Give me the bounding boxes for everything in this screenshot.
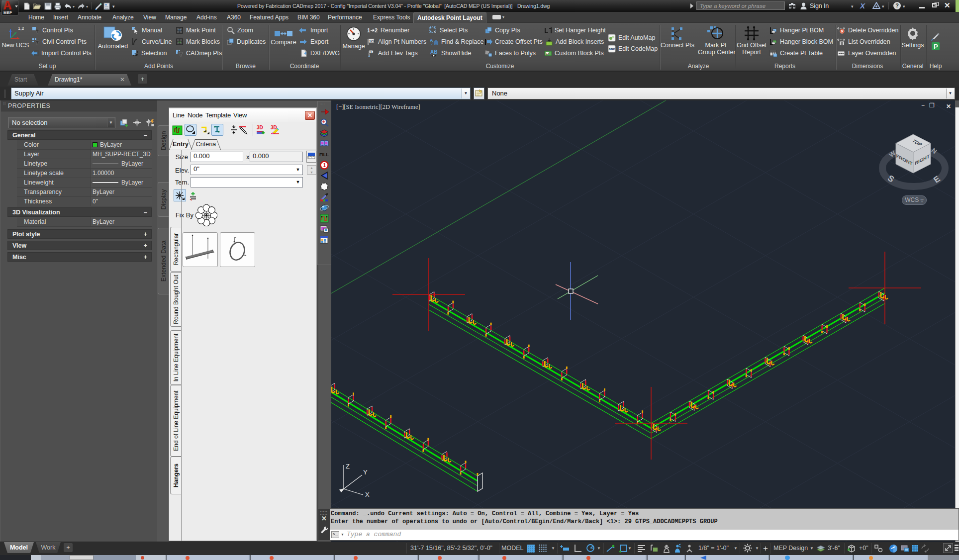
- svg-text:1: 1: [323, 163, 326, 168]
- svg-text:2: 2: [375, 27, 378, 33]
- svg-text:123: 123: [369, 39, 375, 43]
- svg-text:1,2: 1,2: [18, 26, 24, 31]
- svg-text:AB: AB: [430, 49, 437, 55]
- svg-text:Y: Y: [363, 468, 368, 476]
- svg-text:abc: abc: [609, 47, 615, 51]
- svg-text:X: X: [365, 491, 370, 498]
- svg-text:z: z: [851, 545, 852, 548]
- svg-text:3D: 3D: [257, 125, 263, 130]
- svg-text:1: 1: [367, 27, 370, 33]
- svg-text:12: 12: [546, 52, 549, 55]
- svg-text:FILL: FILL: [319, 152, 329, 157]
- svg-text:P: P: [934, 43, 938, 50]
- svg-text:A: A: [430, 38, 433, 43]
- svg-text:1: 1: [370, 50, 372, 54]
- svg-text:Z: Z: [346, 463, 350, 470]
